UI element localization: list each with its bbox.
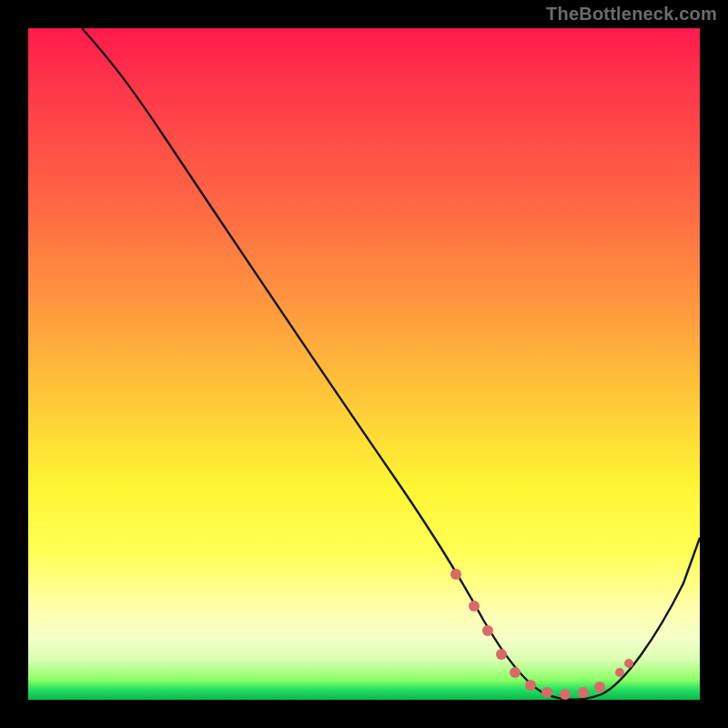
attribution-label: TheBottleneck.com <box>546 4 717 25</box>
svg-point-8 <box>578 687 589 698</box>
svg-point-6 <box>541 687 552 698</box>
svg-point-5 <box>525 680 536 691</box>
svg-point-7 <box>560 689 571 700</box>
curve-layer <box>28 28 700 700</box>
chart-frame: TheBottleneck.com <box>0 0 728 728</box>
plot-area <box>28 28 700 700</box>
svg-point-10 <box>615 668 624 677</box>
svg-point-0 <box>450 569 461 580</box>
svg-point-1 <box>469 601 480 612</box>
svg-point-4 <box>510 667 521 678</box>
svg-point-3 <box>496 649 507 660</box>
svg-point-2 <box>482 625 493 636</box>
highlighted-points <box>450 569 633 700</box>
svg-point-9 <box>594 682 605 693</box>
bottleneck-curve <box>82 28 700 700</box>
svg-point-11 <box>624 659 633 668</box>
